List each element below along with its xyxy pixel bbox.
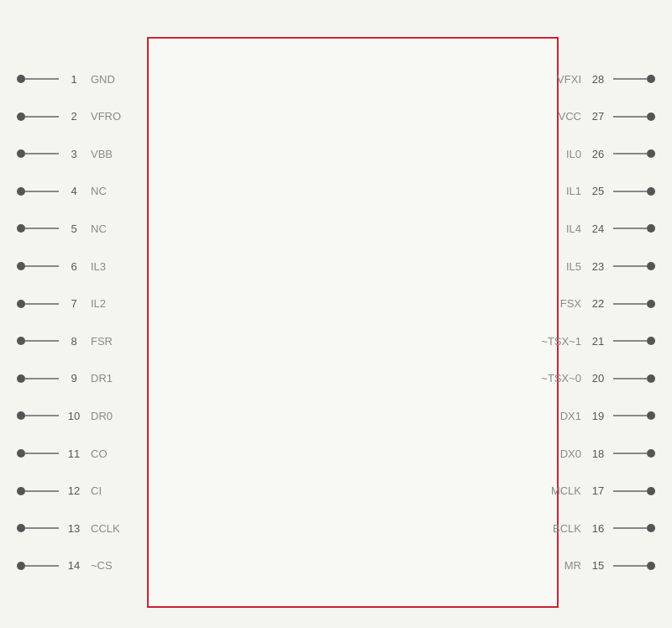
pin-label: VFXI: [552, 73, 586, 86]
pin-label: ~CS: [86, 559, 118, 572]
pin-dot: [647, 487, 655, 495]
pin-line: [25, 415, 59, 416]
pin-label: IL0: [561, 148, 586, 160]
pin-label: FSR: [86, 335, 118, 348]
pin-label: VCC: [554, 110, 586, 123]
pin-line: [613, 153, 647, 154]
pin-label: IL1: [561, 185, 586, 197]
pin-line: [25, 490, 59, 492]
pin-row: 14 ~CS: [17, 547, 147, 584]
pin-label: IL3: [86, 260, 111, 273]
pin-row: 17 MCLK: [525, 473, 655, 510]
pin-number: 12: [62, 484, 86, 497]
pin-label: CI: [86, 484, 107, 497]
pin-dot: [17, 487, 25, 495]
pin-number: 6: [62, 260, 86, 273]
pin-dot: [17, 374, 25, 383]
pin-dot: [17, 524, 25, 532]
pin-number: 3: [62, 148, 86, 160]
pin-label: VBB: [86, 148, 118, 160]
pin-number: 20: [586, 372, 610, 385]
pin-number: 21: [586, 335, 610, 348]
pin-label: GND: [86, 73, 120, 86]
pin-row: 2 VFRO: [17, 98, 147, 135]
pin-number: 4: [62, 185, 86, 197]
pin-line: [25, 116, 59, 118]
pin-number: 23: [586, 260, 610, 273]
pin-label: IL5: [561, 260, 586, 273]
pin-row: 12 CI: [17, 473, 147, 510]
pin-number: 10: [62, 410, 86, 422]
pin-line: [25, 565, 59, 567]
pin-line: [25, 265, 59, 267]
pin-number: 2: [62, 110, 86, 123]
pin-line: [613, 378, 647, 379]
pin-label: VFRO: [86, 110, 126, 123]
pin-number: 27: [586, 110, 610, 123]
pin-label: ~TSX~0: [536, 372, 586, 385]
pin-line: [25, 228, 59, 229]
pin-number: 22: [586, 297, 610, 310]
pin-label: IL2: [86, 297, 111, 310]
pin-dot: [17, 262, 25, 270]
pin-dot: [647, 187, 655, 196]
pin-line: [613, 565, 647, 567]
pin-label: IL4: [561, 222, 586, 235]
pin-line: [613, 191, 647, 192]
pin-row: 1 GND: [17, 60, 147, 97]
pin-label: MCLK: [546, 484, 586, 497]
pin-row: 7 IL2: [17, 285, 147, 322]
pin-dot: [647, 562, 655, 570]
pin-number: 25: [586, 185, 610, 197]
pin-number: 18: [586, 447, 610, 460]
pin-line: [25, 153, 59, 154]
pin-line: [25, 78, 59, 80]
pin-dot: [647, 449, 655, 458]
pin-dot: [647, 224, 655, 233]
pin-row: 18 DX0: [525, 435, 655, 472]
pin-line: [613, 228, 647, 229]
pin-line: [613, 415, 647, 416]
pin-number: 5: [62, 222, 86, 235]
pin-row: 8 FSR: [17, 322, 147, 359]
pin-number: 17: [586, 484, 610, 497]
pin-row: 9 DR1: [17, 360, 147, 397]
pin-row: 21 ~TSX~1: [525, 322, 655, 359]
pin-number: 16: [586, 522, 610, 535]
left-pins: 1 GND 2 VFRO 3 VBB 4 NC 5 NC 6 IL3 7 IL2…: [17, 37, 147, 608]
pin-label: DX1: [555, 410, 586, 422]
pin-dot: [647, 337, 655, 345]
pin-dot: [647, 374, 655, 383]
pin-dot: [17, 224, 25, 233]
pin-line: [25, 303, 59, 305]
pin-dot: [17, 149, 25, 158]
pin-line: [613, 340, 647, 342]
pin-line: [25, 191, 59, 192]
pin-label: DR0: [86, 410, 118, 422]
pin-dot: [17, 411, 25, 420]
pin-number: 8: [62, 335, 86, 348]
pin-row: 28 VFXI: [525, 60, 655, 97]
pin-row: 22 FSX: [525, 285, 655, 322]
pin-row: 3 VBB: [17, 135, 147, 172]
pin-row: 5 NC: [17, 210, 147, 247]
pin-number: 1: [62, 73, 86, 86]
pin-row: 10 DR0: [17, 397, 147, 434]
pin-label: MR: [559, 559, 586, 572]
pin-dot: [647, 75, 655, 83]
pin-dot: [17, 75, 25, 83]
right-pins: 28 VFXI 27 VCC 26 IL0 25 IL1 24 IL4 23 I…: [525, 37, 655, 608]
pin-row: 11 CO: [17, 435, 147, 472]
pin-label: BCLK: [548, 522, 586, 535]
pin-number: 24: [586, 222, 610, 235]
pin-row: 15 MR: [525, 547, 655, 584]
pin-dot: [647, 113, 655, 121]
pin-number: 11: [62, 447, 86, 460]
pin-line: [613, 490, 647, 492]
pin-line: [613, 265, 647, 267]
pin-row: 6 IL3: [17, 248, 147, 285]
pin-number: 7: [62, 297, 86, 310]
ic-body: [147, 37, 559, 608]
pin-number: 15: [586, 559, 610, 572]
pin-dot: [17, 449, 25, 458]
